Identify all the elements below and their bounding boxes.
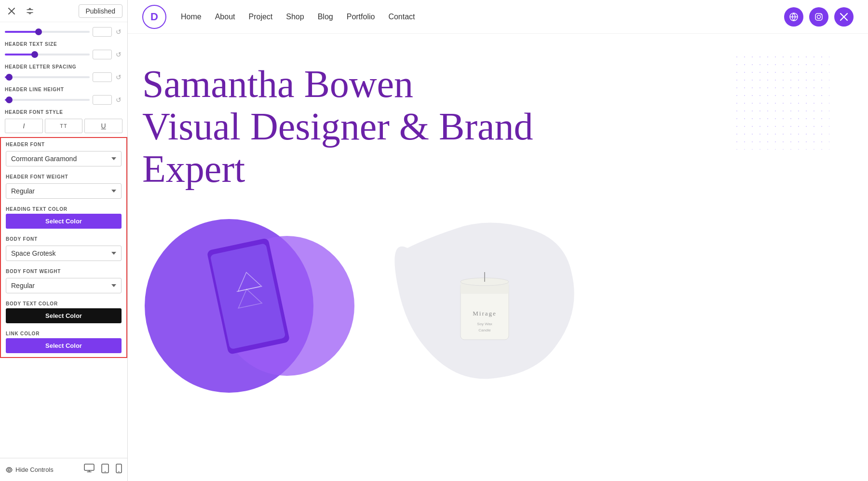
nav-home[interactable]: Home [181, 13, 202, 21]
body-font-dropdown-row: Space Grotesk Inter Roboto Open Sans [1, 244, 126, 265]
purple-blob-svg [142, 209, 354, 402]
svg-point-11 [821, 14, 822, 15]
hero-section: Samantha Bowen Visual Designer & Brand E… [128, 34, 868, 190]
svg-point-2 [8, 468, 11, 471]
header-text-size-track[interactable] [5, 54, 90, 55]
body-font-weight-select[interactable]: Regular Bold Light Medium [6, 278, 122, 293]
header-font-label: HEADER FONT [1, 138, 126, 149]
nav-blog[interactable]: Blog [318, 13, 333, 21]
svg-point-10 [817, 15, 821, 18]
header-text-size-reset[interactable]: ↺ [115, 51, 122, 58]
heading-text-color-button[interactable]: Select Color [6, 214, 122, 229]
header-letter-spacing-thumb[interactable] [6, 74, 13, 81]
svg-rect-3 [84, 464, 94, 470]
svg-text:Mirage: Mirage [473, 310, 497, 317]
header-letter-spacing-track[interactable] [5, 76, 90, 78]
header-line-height-reset[interactable]: ↺ [115, 96, 122, 104]
body-font-weight-dropdown-row: Regular Bold Light Medium [1, 276, 126, 297]
top-slider-thumb[interactable] [35, 28, 42, 35]
header-line-height-thumb[interactable] [6, 96, 13, 103]
header-font-weight-dropdown-row: Regular Bold Light Medium [1, 181, 126, 203]
body-font-weight-label: BODY FONT WEIGHT [1, 265, 126, 276]
header-font-weight-select[interactable]: Regular Bold Light Medium [6, 183, 122, 199]
nav-contact[interactable]: Contact [388, 13, 415, 21]
svg-point-5 [105, 471, 106, 472]
nav-social [784, 7, 854, 27]
bottom-spacer [0, 358, 127, 387]
hide-controls-button[interactable]: Hide Controls [6, 466, 54, 473]
header-font-weight-label: HEADER FONT WEIGHT [1, 170, 126, 181]
nav-shop[interactable]: Shop [286, 13, 304, 21]
header-text-size-thumb[interactable] [31, 51, 38, 58]
nav-portfolio[interactable]: Portfolio [347, 13, 375, 21]
link-color-label: LINK COLOR [1, 327, 126, 338]
site-nav: D Home About Project Shop Blog Portfolio… [128, 0, 868, 34]
header-letter-spacing-label: HEADER LETTER SPACING [0, 60, 127, 71]
header-font-style-label: HEADER FONT STYLE [0, 106, 127, 117]
header-font-dropdown-row: Cormorant Garamond Georgia Times New Rom… [1, 149, 126, 170]
header-line-height-label: HEADER LINE HEIGHT [0, 83, 127, 94]
hide-controls-label: Hide Controls [15, 466, 54, 473]
heading-text-color-label: HEADING TEXT COLOR [1, 203, 126, 214]
nav-project[interactable]: Project [249, 13, 273, 21]
nav-about[interactable]: About [215, 13, 235, 21]
top-slider-track[interactable] [5, 31, 90, 33]
italic-button[interactable]: I [5, 119, 43, 133]
bottom-toolbar: Hide Controls [0, 458, 128, 481]
mobile-view-icon[interactable] [116, 464, 122, 476]
white-blob-svg: Mirage Soy Wax Candle [379, 209, 591, 402]
header-font-select[interactable]: Cormorant Garamond Georgia Times New Rom… [6, 151, 122, 166]
header-line-height-track[interactable] [5, 99, 90, 101]
body-font-select[interactable]: Space Grotesk Inter Roboto Open Sans [6, 246, 122, 261]
nav-links: Home About Project Shop Blog Portfolio C… [181, 13, 784, 21]
left-panel: Published 1.6 ↺ HEADER TEXT SIZE 30 ↺ HE… [0, 0, 128, 481]
published-button[interactable]: Published [79, 4, 123, 18]
link-color-button[interactable]: Select Color [6, 338, 122, 353]
top-slider-reset[interactable]: ↺ [115, 28, 122, 36]
header-text-size-value[interactable]: 30 [93, 50, 112, 59]
header-letter-spacing-value[interactable]: 0 [93, 72, 112, 82]
all-caps-button[interactable]: TT [45, 119, 83, 133]
main-content: D Home About Project Shop Blog Portfolio… [128, 0, 868, 481]
hero-title: Samantha Bowen Visual Designer & Brand E… [142, 63, 576, 190]
header-text-size-fill [5, 54, 35, 55]
top-bar-icons [5, 4, 37, 18]
white-blob-card: Mirage Soy Wax Candle [379, 209, 591, 402]
dot-pattern [733, 53, 829, 150]
svg-text:Candle: Candle [478, 328, 491, 332]
purple-blob-card [142, 209, 354, 402]
eye-icon [6, 467, 13, 473]
body-text-color-button[interactable]: Select Color [6, 308, 122, 323]
site-logo: D [142, 5, 166, 29]
desktop-view-icon[interactable] [84, 464, 95, 476]
image-row: Mirage Soy Wax Candle [128, 190, 868, 402]
swap-icon[interactable] [23, 4, 37, 18]
close-icon[interactable] [5, 4, 18, 18]
body-text-color-label: BODY TEXT COLOR [1, 297, 126, 308]
top-slider-fill [5, 31, 39, 33]
social-web-icon[interactable] [784, 7, 803, 27]
tablet-view-icon[interactable] [101, 464, 109, 476]
font-style-row: I TT U [0, 117, 127, 137]
body-font-label: BODY FONT [1, 233, 126, 244]
header-letter-spacing-reset[interactable]: ↺ [115, 73, 122, 81]
header-letter-spacing-slider-row: 0 ↺ [0, 71, 127, 83]
social-twitter-x-icon[interactable] [834, 7, 854, 27]
view-icons [84, 464, 122, 476]
underline-button[interactable]: U [84, 119, 122, 133]
header-line-height-value[interactable]: 1 [93, 95, 112, 105]
svg-point-7 [119, 471, 120, 472]
top-bar: Published [0, 0, 127, 22]
top-slider-row: 1.6 ↺ [0, 22, 127, 38]
header-text-size-label: HEADER TEXT SIZE [0, 38, 127, 49]
header-line-height-slider-row: 1 ↺ [0, 94, 127, 106]
svg-text:Soy Wax: Soy Wax [477, 322, 492, 326]
top-slider-value[interactable]: 1.6 [93, 27, 112, 37]
font-color-settings-panel: HEADER FONT Cormorant Garamond Georgia T… [0, 137, 127, 358]
header-text-size-slider-row: 30 ↺ [0, 49, 127, 60]
social-instagram-icon[interactable] [809, 7, 828, 27]
